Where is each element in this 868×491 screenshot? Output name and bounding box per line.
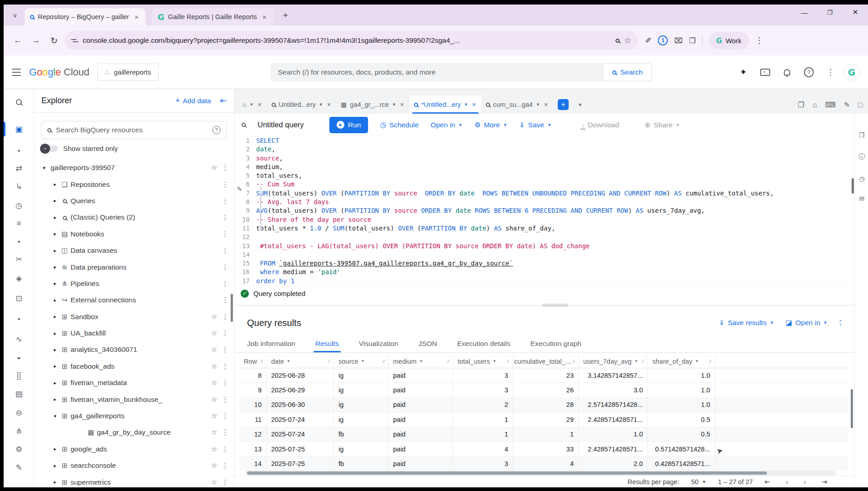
tree-item-ga4-gr-by-day-source[interactable]: ▦ga4_gr_by_day_source☆⋮ <box>34 424 234 441</box>
column-header-filler[interactable] <box>715 355 848 368</box>
tree-item-queries[interactable]: ▸Queries⋮ <box>34 193 234 209</box>
item-menu-icon[interactable]: ⋮ <box>220 478 230 486</box>
project-selector[interactable]: ∴ gaillereports <box>97 64 159 81</box>
tree-item-fivetran-vitamin-bunkhouse-[interactable]: ▸⊞fivetran_vitamin_bunkhouse_☆⋮ <box>34 391 234 407</box>
tree-chevron-icon[interactable]: ▸ <box>51 331 59 336</box>
table-row[interactable]: 82025-06-28igpaid3233.142857142857...1.0 <box>239 368 848 383</box>
scheduled-queries[interactable]: ◷ <box>4 197 34 214</box>
url-bar[interactable]: console.cloud.google.com/bigquery?projec… <box>65 31 638 50</box>
tree-chevron-icon[interactable]: ▸ <box>51 396 59 402</box>
account-avatar[interactable]: G <box>843 64 860 80</box>
column-header-users-7day-avg[interactable]: users_7day_avg▼∕∕ <box>579 355 648 368</box>
tree-item-searchconsole[interactable]: ▸⊞searchconsole☆⋮ <box>34 457 234 474</box>
tree-item-google-ads[interactable]: ▸⊞google_ads☆⋮ <box>34 441 234 457</box>
tree-chevron-icon[interactable]: ▸ <box>51 463 59 469</box>
tree-chevron-icon[interactable]: ▸ <box>51 181 59 187</box>
sort-chevron-icon[interactable]: ▼ <box>695 359 699 363</box>
per-page-select[interactable]: 50▼ <box>691 478 706 486</box>
sort-chevron-icon[interactable]: ▼ <box>287 359 290 363</box>
item-menu-icon[interactable]: ⋮ <box>220 197 230 205</box>
column-header-source[interactable]: source▼∕∕ <box>334 355 389 368</box>
notifications-bell-icon[interactable] <box>778 63 796 81</box>
open-in-button[interactable]: Open in▼ <box>430 121 462 129</box>
item-menu-icon[interactable]: ⋮ <box>220 445 230 453</box>
section-dot-3[interactable]: • <box>4 311 34 327</box>
next-page-icon[interactable]: › <box>803 478 806 486</box>
results-tab-visualization[interactable]: Visualization <box>359 340 399 352</box>
new-tab-button[interactable]: + <box>279 9 292 22</box>
tree-item--classic-queries-2-[interactable]: ▸(Classic) Queries (2)⋮ <box>34 209 234 225</box>
back-button[interactable]: ← <box>10 33 25 48</box>
starred-toggle[interactable]: − <box>41 145 58 152</box>
data-transfers[interactable]: ⇄ <box>4 160 34 176</box>
item-menu-icon[interactable]: ⋮ <box>220 396 230 404</box>
close-tab-icon[interactable]: × <box>326 101 332 108</box>
capacity[interactable]: ≡ <box>4 215 34 232</box>
tree-chevron-icon[interactable]: ▸ <box>51 380 59 386</box>
add-data-button[interactable]: +Add data <box>175 96 211 105</box>
first-page-icon[interactable]: ⇤ <box>765 478 771 486</box>
drag-handle[interactable] <box>542 304 568 307</box>
bookmark-star-icon[interactable]: ☆ <box>624 35 631 45</box>
settings[interactable]: ⚙ <box>4 441 34 457</box>
browser-menu-icon[interactable]: ⋮ <box>755 35 763 45</box>
table-row[interactable]: 112025-07-24igpaid1292.428571428571...0.… <box>239 412 848 427</box>
dataform[interactable]: ⊖ <box>4 405 34 421</box>
tree-chevron-icon[interactable]: ▸ <box>51 198 59 204</box>
sort-chevron-icon[interactable]: ▼ <box>493 359 496 363</box>
save-results-button[interactable]: ⇓Save results▼ <box>719 319 774 327</box>
last-page-icon[interactable]: ⇥ <box>821 478 827 486</box>
item-menu-icon[interactable]: ⋮ <box>220 246 230 255</box>
keyboard-icon[interactable]: ⌨ <box>825 100 836 109</box>
side-panel-doc-icon[interactable]: ❐ <box>855 128 868 142</box>
editor-scrollbar[interactable] <box>852 178 854 194</box>
star-icon[interactable]: ☆ <box>208 379 220 387</box>
history-icon[interactable]: ◷ <box>855 172 868 185</box>
camera-extension-icon[interactable]: ⌧ <box>674 36 682 45</box>
console-search-input[interactable]: Search (/) for resources, docs, products… <box>271 63 604 81</box>
google-cloud-logo[interactable]: GoogleCloud <box>29 66 89 78</box>
analytics-hub[interactable]: ▤ <box>4 386 34 402</box>
close-tab-icon[interactable]: × <box>261 12 268 22</box>
star-icon[interactable]: ☆ <box>208 396 220 404</box>
tree-item-notebooks[interactable]: ▸▤Notebooks⋮ <box>34 226 234 242</box>
prev-page-icon[interactable]: ‹ <box>786 478 788 486</box>
console-search-button[interactable]: Search <box>604 63 652 81</box>
close-tab-icon[interactable]: × <box>543 101 549 108</box>
close-tab-icon[interactable]: × <box>471 101 477 108</box>
column-header-cumulative-total-[interactable]: cumulative_total_...∕∕ <box>513 355 579 368</box>
column-header-date[interactable]: date▼∕∕ <box>267 355 334 368</box>
section-dot-1[interactable]: • <box>4 143 34 159</box>
editor-tab-ga4-gr-rce[interactable]: ▦ga4_gr_...rce▼× <box>336 95 409 114</box>
table-row[interactable]: 122025-07-24fbpaid111.00.5 <box>239 427 848 442</box>
collapse-explorer-icon[interactable]: ⇤ <box>220 96 227 105</box>
tree-item-gaillereports-399507[interactable]: ▾gaillereports-399507☆⋮ <box>34 160 234 176</box>
monitoring[interactable]: ∿ <box>4 331 34 347</box>
item-menu-icon[interactable]: ⋮ <box>220 263 230 271</box>
item-menu-icon[interactable]: ⋮ <box>220 180 230 189</box>
table-row[interactable]: 132025-07-25igpaid4332.428571428571...0.… <box>239 442 848 456</box>
reload-button[interactable]: ↻ <box>46 33 62 48</box>
item-menu-icon[interactable]: ⋮ <box>220 346 230 354</box>
tree-item-data-preparations[interactable]: ▸≋Data preparations⋮ <box>34 259 234 275</box>
more-button[interactable]: ⚙More▼ <box>474 121 507 129</box>
tree-chevron-icon[interactable]: ▸ <box>51 479 59 485</box>
search-help-icon[interactable]: ? <box>212 126 221 134</box>
tree-chevron-icon[interactable]: ▸ <box>51 215 59 220</box>
star-icon[interactable]: ☆ <box>208 346 220 354</box>
maximize-button[interactable]: ❐ <box>817 5 843 20</box>
bi-engine[interactable]: ⣿ <box>4 367 34 384</box>
editor-tab--Untitled-ery[interactable]: *Untitled...ery▼× <box>409 95 481 114</box>
forward-button[interactable]: → <box>28 33 44 48</box>
item-menu-icon[interactable]: ⋮ <box>220 362 230 371</box>
chevron-down-icon[interactable]: ▼ <box>249 102 253 107</box>
sort-chevron-icon[interactable]: ▼ <box>634 359 638 363</box>
tree-item-external-connections[interactable]: ▸↪External connections⋮ <box>34 292 234 308</box>
tree-item-repositories[interactable]: ▸❑Repositories⋮ <box>34 176 234 192</box>
fullscreen-icon[interactable]: □ <box>858 101 863 109</box>
info-icon[interactable]: ⓘ <box>855 150 868 164</box>
run-button[interactable]: ▶ Run <box>329 117 368 133</box>
site-info-icon[interactable] <box>71 39 78 42</box>
help-icon[interactable]: ? <box>800 63 818 81</box>
migration[interactable]: ↳ <box>4 178 34 195</box>
